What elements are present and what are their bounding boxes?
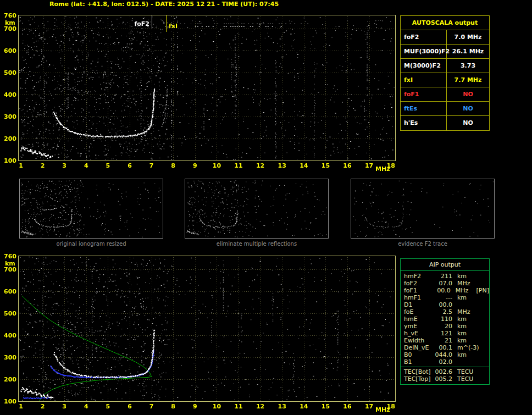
aip-param-extra (478, 301, 489, 308)
aip-param-name: ymE (404, 323, 434, 330)
aip-param-name: foF2 (404, 280, 434, 287)
aip-param-name: B1 (404, 358, 434, 366)
aip-param-extra (478, 375, 489, 383)
aip-param-name: TEC[Bot] (404, 368, 434, 375)
autoscala-row: h'EsNO (401, 116, 489, 130)
aip-param-value: 110 (434, 316, 452, 323)
thumbnail-caption-original: original ionogram resized (19, 241, 163, 247)
param-label: foF1 (401, 87, 447, 101)
station-title: Rome (lat: +41.8, lon: 012.5) - DATE: 20… (49, 1, 279, 8)
aip-param-name: B0 (404, 351, 434, 358)
aip-row: B0044.0km (401, 351, 489, 358)
aip-param-unit (452, 301, 478, 308)
aip-param-value: 2.5 (434, 308, 452, 316)
aip-param-extra (478, 368, 489, 375)
autoscala-row: foF27.0 MHz (401, 30, 489, 45)
aip-row: DelN_vE00.1m^(-3) (401, 344, 489, 351)
aip-param-name: Ewidth (404, 337, 434, 344)
aip-row: foF100.0MHz[PN] (401, 287, 489, 294)
aip-param-value: 121 (434, 330, 452, 337)
aip-param-name: hmE (404, 316, 434, 323)
aip-param-unit (452, 358, 478, 366)
aip-param-name: DelN_vE (404, 344, 434, 351)
aip-tec-divider (401, 367, 489, 367)
aip-param-extra (478, 323, 489, 330)
aip-param-name: hmF2 (404, 273, 434, 280)
autoscala-output-table: AUTOSCALA output foF27.0 MHzMUF(3000)F22… (400, 15, 490, 131)
aip-param-value: 00.1 (434, 344, 452, 351)
param-label: foF2 (401, 30, 447, 44)
aip-param-unit: km (452, 323, 478, 330)
autoscala-table-title: AUTOSCALA output (401, 16, 489, 30)
thumbnail-original-ionogram (19, 179, 163, 239)
aip-param-extra (478, 330, 489, 337)
autoscala-row: MUF(3000)F226.1 MHz (401, 45, 489, 59)
aip-row: foE2.5MHz (401, 308, 489, 316)
aip-param-value: 002.6 (434, 368, 452, 375)
aip-param-name: D1 (404, 301, 434, 308)
aip-param-extra (478, 316, 489, 323)
param-value: NO (447, 87, 489, 101)
param-label: M(3000)F2 (401, 59, 447, 73)
aip-param-unit: km (452, 330, 478, 337)
aip-param-name: hmF1 (404, 294, 434, 301)
aip-param-value: 02.0 (434, 358, 452, 366)
aip-row: TEC[Bot]002.6TECU (401, 368, 489, 375)
thumbnail-caption-reflections: eliminate multiple reflections (185, 241, 329, 247)
aip-param-value: 07.0 (434, 280, 452, 287)
autoscala-row: M(3000)F23.73 (401, 59, 489, 73)
aip-output-table: AIP output hmF2211kmfoF207.0MHzfoF100.0M… (400, 258, 490, 385)
aip-row: hmF2211km (401, 273, 489, 280)
aip-param-value: 211 (434, 273, 452, 280)
param-label: fxI (401, 73, 447, 87)
param-value: 26.1 MHz (447, 45, 489, 58)
param-label: ftEs (401, 102, 447, 115)
aip-param-value: --- (434, 294, 452, 301)
aip-param-name: TEC[Top] (404, 375, 434, 383)
ionogram-profile-canvas (0, 250, 398, 415)
aip-row: B102.0 (401, 358, 489, 366)
aip-row: D100.0 (401, 301, 489, 308)
aip-param-name: h_vE (404, 330, 434, 337)
aip-param-unit: m^(-3) (452, 344, 478, 351)
aip-param-name: foF1 (404, 287, 433, 294)
aip-row: ymE20km (401, 323, 489, 330)
autoscala-row: fxI7.7 MHz (401, 73, 489, 87)
aip-param-value: 00.0 (433, 287, 451, 294)
param-value: NO (447, 116, 489, 130)
aip-param-unit: km (452, 273, 478, 280)
thumbnail-f2-trace-evidence (351, 179, 495, 239)
aip-param-extra (478, 337, 489, 344)
aip-row: TEC[Top]005.2TECU (401, 375, 489, 383)
aip-param-name: foE (404, 308, 434, 316)
aip-row: h_vE121km (401, 330, 489, 337)
ionogram-canvas (0, 9, 398, 174)
aip-param-extra (478, 308, 489, 316)
thumbnail-caption-f2-trace: evidence F2 trace (351, 241, 495, 247)
param-value: 3.73 (447, 59, 489, 73)
aip-table-title: AIP output (401, 259, 489, 271)
aip-param-unit: km (452, 294, 478, 301)
aip-param-unit: MHz (452, 280, 478, 287)
aip-param-unit: km (452, 337, 478, 344)
aip-row: Ewidth21km (401, 337, 489, 344)
aip-param-value: 00.0 (434, 301, 452, 308)
aip-param-extra (478, 280, 489, 287)
aip-param-unit: TECU (452, 368, 478, 375)
aip-param-extra (478, 358, 489, 366)
aip-param-extra (478, 294, 489, 301)
aip-param-value: 21 (434, 337, 452, 344)
aip-param-unit: MHz (451, 287, 475, 294)
param-value: NO (447, 102, 489, 115)
aip-param-unit: km (452, 316, 478, 323)
aip-param-extra (478, 273, 489, 280)
aip-param-extra: [PN] (475, 287, 489, 294)
autoscala-screen: Rome (lat: +41.8, lon: 012.5) - DATE: 20… (0, 0, 532, 415)
aip-param-unit: km (452, 351, 478, 358)
autoscala-row: ftEsNO (401, 102, 489, 116)
aip-param-value: 20 (434, 323, 452, 330)
aip-param-value: 005.2 (434, 375, 452, 383)
aip-param-extra (478, 344, 489, 351)
aip-row: hmF1---km (401, 294, 489, 301)
aip-param-unit: TECU (452, 375, 478, 383)
